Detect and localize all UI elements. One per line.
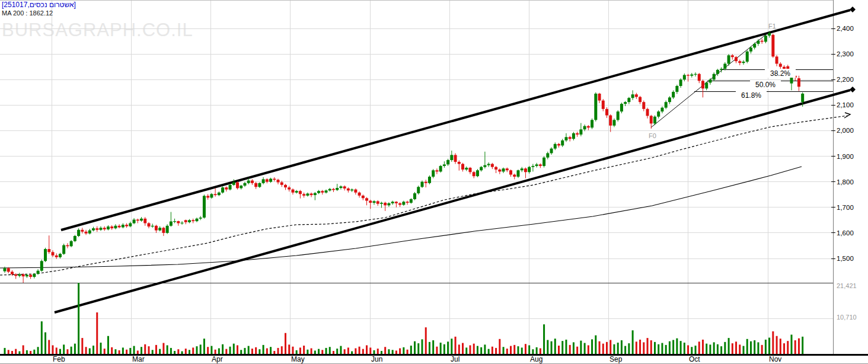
- candle-body: [380, 203, 383, 204]
- volume-bar: [351, 352, 353, 354]
- volume-bar: [776, 336, 778, 354]
- grid-layer: [0, 0, 833, 354]
- month-label: Feb: [53, 355, 65, 363]
- volume-bar: [44, 333, 46, 354]
- volume-bar: [281, 346, 283, 354]
- candle-body: [439, 166, 442, 171]
- candle-body: [435, 170, 438, 171]
- candle-body: [498, 170, 501, 171]
- upper-channel-line: [61, 10, 850, 230]
- candle-body: [771, 35, 774, 57]
- volume-bar: [573, 342, 575, 354]
- candle-body: [705, 82, 708, 88]
- volume-bar: [107, 336, 109, 354]
- fib-level-label: 61.8%: [741, 91, 761, 100]
- candle-body: [25, 275, 28, 277]
- candle-body: [450, 155, 453, 160]
- volume-bar: [318, 349, 320, 354]
- candle-body: [591, 120, 593, 127]
- f0-label: F0: [649, 132, 656, 139]
- candle-body: [746, 52, 749, 62]
- volume-bar: [624, 346, 626, 354]
- candle-body: [147, 223, 150, 227]
- candle-body: [764, 36, 767, 41]
- lower-channel-line: [55, 90, 850, 312]
- channel-diamond-marker: [850, 7, 856, 12]
- candle-body: [776, 56, 778, 63]
- candle-body: [122, 225, 125, 227]
- volume-bar: [691, 347, 693, 354]
- candle-body: [114, 226, 117, 228]
- candle-body: [288, 187, 291, 189]
- candle-body: [199, 218, 202, 219]
- volume-bar: [74, 344, 76, 354]
- volume-bar: [521, 347, 523, 354]
- volume-bar: [92, 346, 94, 354]
- month-label: Nov: [769, 355, 781, 363]
- volume-bar: [506, 349, 508, 354]
- volume-bar: [709, 344, 711, 354]
- candle-body: [617, 111, 620, 120]
- candle-body: [277, 180, 280, 182]
- candle-body: [77, 230, 80, 236]
- candle-body: [598, 94, 601, 101]
- month-label: Jul: [451, 355, 459, 363]
- volume-bar: [672, 340, 674, 354]
- volume-bar: [772, 331, 774, 354]
- candle-body: [336, 188, 339, 190]
- candle-body: [74, 236, 76, 241]
- candle-body: [85, 232, 88, 234]
- candle-body: [569, 137, 572, 139]
- candle-body: [402, 202, 405, 205]
- volume-bar: [436, 347, 438, 354]
- volume-bar: [59, 349, 61, 354]
- volume-bar: [462, 343, 464, 354]
- volume-bar: [137, 350, 139, 354]
- candle-body: [299, 191, 302, 194]
- volume-bar: [114, 349, 116, 354]
- volume-bar: [665, 345, 667, 354]
- candle-body: [158, 228, 161, 230]
- volume-bar: [296, 350, 298, 354]
- volume-bar: [473, 344, 475, 354]
- candle-body: [761, 41, 764, 42]
- candle-body: [66, 245, 69, 247]
- volume-bar: [613, 344, 615, 354]
- volume-bar: [780, 339, 781, 354]
- candle-body: [325, 190, 328, 192]
- volume-bar: [551, 341, 553, 354]
- volume-bar: [794, 340, 796, 354]
- volume-bar: [720, 346, 722, 354]
- candle-body: [243, 183, 246, 186]
- candle-body: [232, 183, 235, 185]
- candle-body: [103, 228, 106, 229]
- candle-body: [572, 133, 575, 139]
- candle-body: [620, 104, 623, 111]
- volume-bar: [162, 343, 164, 354]
- volume-bar: [503, 347, 505, 354]
- candle-body: [491, 164, 494, 167]
- month-label: Jun: [371, 355, 382, 363]
- volume-bar: [632, 330, 634, 354]
- volume-bar: [488, 349, 490, 354]
- volume-bar: [23, 345, 24, 354]
- candle-body: [398, 203, 401, 205]
- volume-bar: [724, 342, 726, 354]
- candle-body: [188, 220, 191, 222]
- candle-body: [528, 167, 531, 173]
- candle-body: [801, 94, 804, 102]
- volume-bar: [761, 345, 763, 354]
- volume-bar: [787, 341, 789, 354]
- candle-body: [713, 74, 716, 79]
- volume-bar: [480, 347, 482, 354]
- candle-body: [690, 75, 693, 76]
- candle-body: [461, 164, 464, 169]
- candle-body: [369, 201, 372, 203]
- candles-layer: [4, 31, 805, 283]
- volume-bar: [628, 343, 630, 354]
- candle-body: [417, 187, 420, 193]
- volume-bar: [155, 345, 157, 354]
- candle-body: [687, 75, 690, 75]
- candle-body: [225, 187, 228, 189]
- candle-body: [55, 256, 58, 257]
